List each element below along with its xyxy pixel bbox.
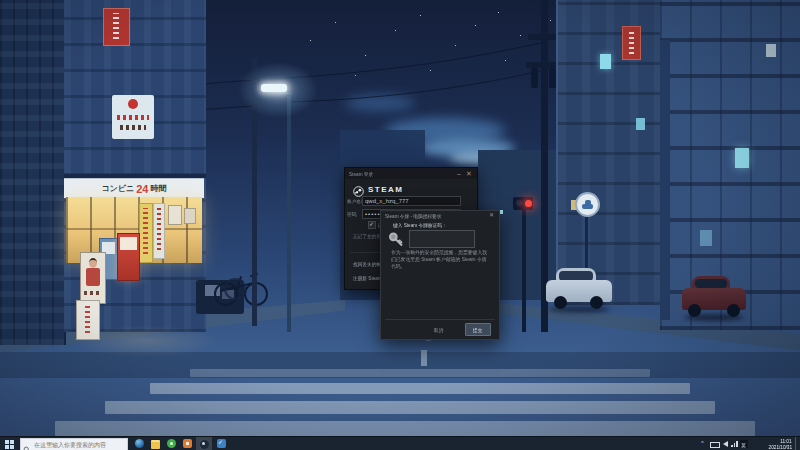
battery-icon[interactable]	[710, 442, 720, 448]
crosswalk-stripe	[55, 421, 755, 436]
windows-logo-icon	[10, 440, 14, 444]
steam-piston	[202, 442, 205, 445]
store-poster	[168, 205, 182, 225]
guard-description: 作为一项额外的安全防范措施，您需要键入我们已发送至您 Steam 帐户邮箱的 S…	[391, 249, 490, 271]
person-poster	[80, 252, 106, 304]
car-wheel	[688, 304, 701, 317]
taskbar: ✓ ^ 英 11:01 2021/10/31	[0, 436, 800, 450]
sign-glyphs	[117, 115, 149, 120]
lit-window-cyan	[700, 230, 712, 246]
checkmark-icon: ✓	[369, 220, 374, 227]
clock-date: 2021/10/31	[769, 445, 792, 450]
vending-machine-red	[117, 233, 140, 281]
yellow-banner	[139, 203, 153, 263]
store-sign-band: コンビニ 24 時間	[64, 178, 204, 198]
search-icon	[23, 440, 31, 450]
sign-car-glyph	[585, 200, 591, 204]
lit-window-cyan	[600, 54, 611, 69]
crosswalk-stripe	[150, 383, 690, 394]
windows-logo-icon	[5, 445, 9, 449]
guard-divider	[385, 319, 495, 320]
parked-car-red	[682, 276, 746, 320]
taskbar-clock[interactable]: 11:01 2021/10/31	[750, 438, 792, 450]
search-input[interactable]	[32, 439, 128, 450]
windows-logo-icon	[10, 445, 14, 449]
signal-bar	[731, 445, 733, 447]
cancel-button[interactable]: 取消	[434, 327, 443, 334]
traffic-light-off-lamp	[516, 200, 522, 206]
desktop: コンビニ 24 時間	[0, 0, 800, 450]
signal-bar	[734, 443, 736, 447]
store-sign-24: 24	[136, 183, 148, 195]
taskbar-icon-messenger[interactable]: ✓	[214, 437, 229, 450]
poster-face	[89, 258, 97, 268]
steam-guard-dialog: Steam 令牌 - 电脑授权要求 ✕ 键入 Steam 令牌验证码： 作为一项…	[380, 210, 500, 340]
poster-body	[86, 268, 100, 286]
traffic-light-red-lamp	[525, 200, 532, 207]
lit-window-cyan	[735, 148, 749, 168]
white-banner	[153, 203, 165, 259]
parked-car-white	[546, 268, 612, 314]
road-sign-disc	[575, 192, 600, 217]
distant-lit-window	[500, 210, 503, 214]
store-glow	[70, 325, 220, 357]
green-app-icon	[167, 439, 176, 448]
app-dot	[170, 442, 173, 445]
lit-window-cyan	[636, 118, 645, 130]
sign-glyphs	[120, 125, 146, 130]
start-button[interactable]	[5, 440, 14, 449]
red-vertical-sign	[103, 8, 130, 46]
folder-icon	[151, 440, 160, 449]
blue-app-icon: ✓	[217, 439, 226, 448]
poster-glyphs	[84, 291, 102, 295]
submit-button[interactable]: 提交	[465, 323, 491, 336]
clock-time: 11:01	[781, 439, 792, 444]
browser-icon	[135, 439, 144, 448]
sign-car-glyph	[582, 204, 593, 209]
minimize-button[interactable]: –	[457, 170, 461, 177]
remember-checkbox[interactable]: ✓	[368, 221, 376, 229]
banner-glyphs	[143, 208, 148, 254]
store-sign-text: 時間	[151, 183, 167, 194]
steam-icon	[199, 439, 210, 450]
close-button[interactable]: ✕	[466, 170, 472, 177]
account-input[interactable]	[362, 196, 461, 206]
guard-code-input[interactable]	[409, 230, 475, 248]
ime-label: 英	[741, 442, 746, 449]
show-desktop-button[interactable]	[795, 437, 800, 450]
login-title-bar[interactable]: Steam 登录 – ✕	[345, 168, 477, 179]
car-wheel	[590, 296, 603, 309]
bicycles	[212, 252, 272, 306]
sign-glyphs	[629, 30, 634, 54]
network-icon[interactable]	[731, 440, 738, 447]
tray-expand-caret[interactable]: ^	[701, 440, 704, 446]
speaker-icon[interactable]	[723, 441, 728, 447]
red-circle-logo	[128, 99, 138, 109]
ime-indicator[interactable]: 英	[740, 440, 748, 448]
taskbar-icon-file-explorer[interactable]	[148, 437, 163, 450]
taskbar-icon-game-launcher[interactable]	[180, 437, 195, 450]
crosswalk-stripe	[105, 401, 715, 414]
steam-brand-text: STEAM	[368, 185, 404, 194]
left-building-far	[0, 0, 66, 345]
lit-window-white	[766, 44, 776, 57]
windows-logo-icon	[5, 440, 9, 444]
sign-glyphs	[113, 13, 119, 39]
vending-panel	[120, 237, 137, 250]
close-icon[interactable]: ✕	[489, 212, 494, 219]
taskbar-search-box[interactable]	[20, 438, 128, 450]
signal-bar	[736, 441, 738, 447]
battery-nub	[719, 444, 720, 446]
streetlight-lamp	[261, 84, 287, 92]
check-glyph: ✓	[218, 438, 223, 445]
red-vertical-sign	[622, 26, 641, 60]
app-dot	[186, 442, 189, 445]
taskbar-icon-wegame[interactable]	[164, 437, 179, 450]
guard-title-bar[interactable]: Steam 令牌 - 电脑授权要求 ✕	[381, 211, 499, 220]
crosswalk-stripe	[190, 369, 650, 377]
taskbar-icon-browser[interactable]	[132, 437, 147, 450]
guard-prompt: 键入 Steam 令牌验证码：	[393, 222, 447, 229]
stairwell	[660, 40, 670, 320]
orange-app-icon	[183, 439, 192, 448]
taskbar-icon-steam[interactable]	[196, 437, 212, 450]
